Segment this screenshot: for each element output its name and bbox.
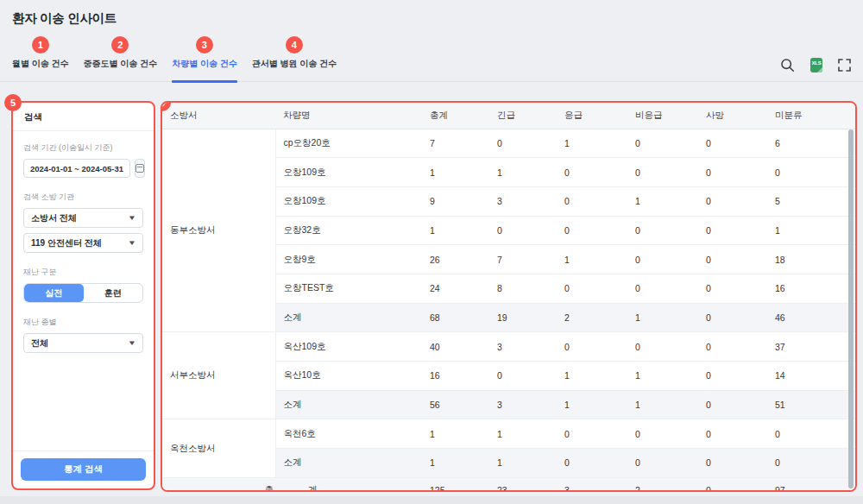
value-cell: 0 <box>487 362 554 391</box>
tab-vehicle-transfers[interactable]: 3 차량별 이송 건수 <box>172 58 237 81</box>
fullscreen-icon[interactable] <box>838 59 851 72</box>
calendar-button[interactable] <box>135 159 145 178</box>
fire-org-field-group: 검색 소방 기관 소방서 전체 ▼ 119 안전센터 전체 ▼ <box>23 192 143 253</box>
fire-org-label: 검색 소방 기관 <box>23 192 143 203</box>
excel-export-icon[interactable]: XLS <box>810 58 822 72</box>
safety-center-select[interactable]: 119 안전센터 전체 ▼ <box>23 233 143 253</box>
value-cell: 0 <box>625 245 696 274</box>
value-cell: 56 <box>419 390 487 419</box>
annotation-badge-3: 3 <box>196 36 213 54</box>
value-cell: 51 <box>765 390 855 419</box>
calendar-icon <box>135 164 144 173</box>
vehicle-transfer-table: 소방서 차량명 총계 긴급 응급 비응급 사망 미분류 동부소방서cp오창20호… <box>162 103 855 492</box>
header-icon-group: XLS <box>780 58 851 81</box>
value-cell: 0 <box>696 332 765 362</box>
station-cell: 옥천소방서 <box>162 419 275 477</box>
value-cell: 1 <box>419 216 487 245</box>
value-cell: 26 <box>419 245 487 274</box>
value-cell: 1 <box>419 158 487 187</box>
value-cell: 40 <box>419 332 487 362</box>
value-cell: 37 <box>765 332 855 362</box>
vehicle-cell: 옥산109호 <box>275 332 419 362</box>
disaster-type-field-group: 재난 종별 전체 ▼ <box>23 317 143 353</box>
value-cell: 8 <box>487 274 554 303</box>
value-cell: 0 <box>487 216 554 245</box>
col-header-unclassified: 미분류 <box>765 103 855 129</box>
vehicle-cell: 옥천6호 <box>275 419 419 449</box>
value-cell: 1 <box>625 390 696 419</box>
value-cell: 7 <box>419 129 487 158</box>
value-cell: 0 <box>696 449 765 478</box>
value-cell: 0 <box>696 186 765 216</box>
value-cell: 0 <box>487 129 554 158</box>
date-range-input[interactable]: 2024-01-01 ~ 2024-05-31 <box>23 159 130 178</box>
grand-total-value-cell: 2 <box>625 477 696 492</box>
value-cell: 0 <box>696 362 765 391</box>
grand-total-label: 총계 <box>162 477 419 492</box>
value-cell: 14 <box>765 362 855 391</box>
value-cell: 0 <box>554 158 625 187</box>
value-cell: 46 <box>765 303 855 332</box>
value-cell: 68 <box>419 303 487 332</box>
value-cell: 5 <box>765 186 855 216</box>
period-field-group: 검색 기간 (이송일시 기준) 2024-01-01 ~ 2024-05-31 <box>23 142 143 178</box>
table-row: 옥천소방서옥천6호110000 <box>162 419 855 449</box>
window-bottom-edge <box>0 496 863 504</box>
value-cell: 24 <box>419 274 487 303</box>
value-cell: 1 <box>487 419 554 449</box>
value-cell: 0 <box>625 274 696 303</box>
vehicle-cell: 오창9호 <box>275 245 419 274</box>
statistics-search-button[interactable]: 통계 검색 <box>21 458 146 481</box>
value-cell: 1 <box>554 129 625 158</box>
patient-transfer-insight-page: 환자 이송 인사이트 1 월별 이송 건수 2 중증도별 이송 건수 3 차량별… <box>0 0 863 504</box>
value-cell: 16 <box>765 274 855 303</box>
value-cell: 1 <box>625 303 696 332</box>
grand-total-value-cell: 3 <box>554 477 625 492</box>
value-cell: 7 <box>487 245 554 274</box>
value-cell: 1 <box>625 186 696 216</box>
value-cell: 19 <box>487 303 554 332</box>
value-cell: 0 <box>554 332 625 362</box>
vehicle-cell: 옥산10호 <box>275 362 419 391</box>
vehicle-transfer-table-panel: 6 소방서 차량명 총계 긴급 응급 비응급 사망 미분류 동부소방서 <box>161 101 857 492</box>
tab-label: 차량별 이송 건수 <box>172 59 237 68</box>
value-cell: 0 <box>696 129 765 158</box>
toggle-option-training[interactable]: 훈련 <box>84 284 143 302</box>
table-row: 서부소방서옥산109호40300037 <box>162 332 855 362</box>
table-scrollbar[interactable] <box>848 129 854 488</box>
value-cell: 1 <box>554 362 625 391</box>
toggle-option-real[interactable]: 실전 <box>24 284 84 302</box>
chevron-down-icon: ▼ <box>128 239 136 247</box>
vehicle-cell: cp오창20호 <box>275 129 419 158</box>
tab-severity-transfers[interactable]: 2 중증도별 이송 건수 <box>84 58 158 81</box>
search-panel-title: 검색 <box>13 103 154 131</box>
value-cell: 0 <box>696 245 765 274</box>
tab-monthly-transfers[interactable]: 1 월별 이송 건수 <box>12 58 69 81</box>
disaster-type-select[interactable]: 전체 ▼ <box>23 333 143 353</box>
value-cell: 0 <box>554 186 625 216</box>
chevron-down-icon: ▼ <box>128 214 136 222</box>
value-cell: 3 <box>487 390 554 419</box>
value-cell: 0 <box>696 390 765 419</box>
value-cell: 1 <box>487 158 554 187</box>
disaster-class-field-group: 재난 구분 실전 훈련 <box>23 267 143 303</box>
value-cell: 1 <box>554 245 625 274</box>
value-cell: 0 <box>765 449 855 478</box>
tab-station-hospital-transfers[interactable]: 4 관서별 병원 이송 건수 <box>252 58 337 81</box>
page-title: 환자 이송 인사이트 <box>12 10 117 27</box>
value-cell: 0 <box>765 158 855 187</box>
grand-total-value-cell: 23 <box>487 477 554 492</box>
value-cell: 0 <box>696 216 765 245</box>
value-cell: 1 <box>554 390 625 419</box>
annotation-badge-4: 4 <box>286 36 303 54</box>
scrollbar-thumb[interactable] <box>848 129 854 488</box>
disaster-type-label: 재난 종별 <box>23 317 143 328</box>
value-cell: 0 <box>554 419 625 449</box>
fire-station-select[interactable]: 소방서 전체 ▼ <box>23 208 143 228</box>
disaster-class-label: 재난 구분 <box>23 267 143 278</box>
vehicle-cell: 오창32호 <box>275 216 419 245</box>
chevron-down-icon: ▼ <box>128 339 136 347</box>
value-cell: 0 <box>625 332 696 362</box>
search-icon[interactable] <box>780 58 795 72</box>
annotation-badge-2: 2 <box>111 36 129 54</box>
